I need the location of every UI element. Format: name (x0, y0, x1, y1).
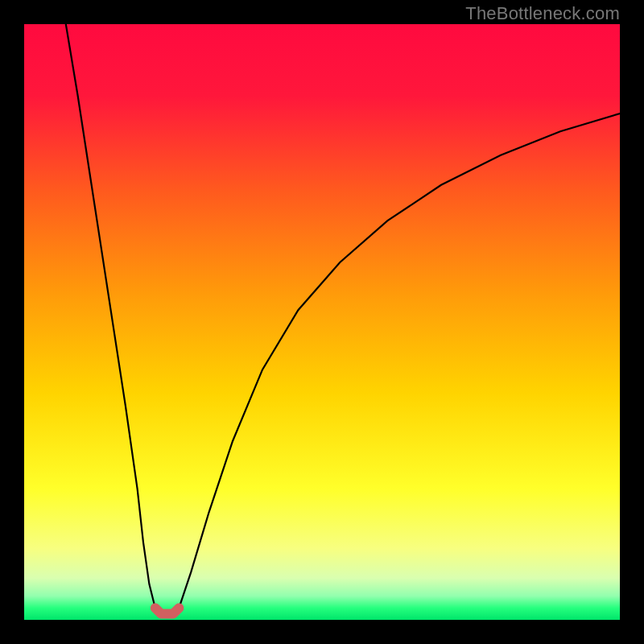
curve-left-branch (66, 24, 180, 614)
plot-area (24, 24, 620, 620)
chart-frame: TheBottleneck.com (0, 0, 644, 644)
curve-valley-highlight (155, 608, 180, 613)
watermark-text: TheBottleneck.com (465, 3, 620, 24)
bottleneck-curve (24, 24, 620, 620)
curve-right-branch (155, 114, 620, 614)
